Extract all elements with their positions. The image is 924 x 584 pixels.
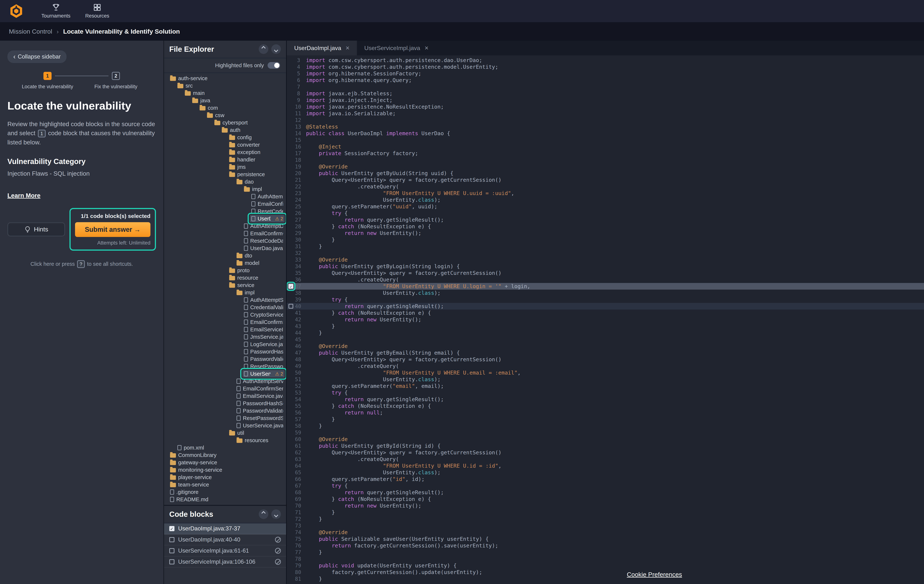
tree-folder-csw[interactable]: csw (164, 112, 286, 119)
line-number: 56 (295, 410, 306, 416)
code-block-item-3[interactable]: UserServiceImpl.java:106-106 (164, 557, 286, 568)
line-number: 57 (295, 416, 306, 423)
code-block-checkbox[interactable] (169, 548, 175, 553)
code-block-item-0[interactable]: ✓UserDaoImpl.java:37-37 (164, 523, 286, 535)
tree-folder-com[interactable]: com (164, 104, 286, 112)
nav-resources[interactable]: Resources (78, 0, 117, 22)
code-select-checkbox-line-40[interactable] (289, 304, 293, 309)
code-block-checkbox[interactable] (169, 559, 175, 564)
tree-folder-main[interactable]: main (164, 89, 286, 97)
shortcuts-hint[interactable]: Click here or press ? to see all shortcu… (7, 260, 156, 268)
code-block-item-1[interactable]: UserDaoImpl.java:40-40 (164, 535, 286, 546)
hints-button[interactable]: Hints (7, 222, 65, 237)
nav-tournaments[interactable]: Tournaments (34, 0, 78, 22)
tree-folder-player-service[interactable]: player-service (164, 474, 286, 481)
tree-folder-jms[interactable]: jms (164, 163, 286, 171)
highlighted-files-toggle[interactable] (267, 62, 280, 69)
tree-file-credentialvalida[interactable]: CredentialValida… (164, 304, 286, 311)
code-line-6: 6import org.hibernate.query.Query; (287, 77, 924, 84)
tree-folder-impl[interactable]: impl (164, 186, 286, 193)
highlighted-file-box: UserDaoIm…⚠ 2 (250, 215, 285, 222)
tree-file-emailconfirmserv[interactable]: EmailConfirmServ… (164, 318, 286, 326)
tree-file-authattemptdao[interactable]: AuthAttemptDao… (164, 193, 286, 200)
tree-folder-exception[interactable]: exception (164, 148, 286, 156)
tree-file-authattemptdao[interactable]: AuthAttemptDao… (164, 222, 286, 230)
close-tab-icon[interactable]: × (425, 44, 429, 52)
tree-file-emailconfirmservic[interactable]: EmailConfirmServic… (164, 385, 286, 392)
code-blocks-prev-button[interactable] (259, 509, 268, 519)
tree-file-logservice-java[interactable]: LogService.java (164, 341, 286, 348)
tree-folder-dto[interactable]: dto (164, 252, 286, 259)
tree-file-authattemptservic[interactable]: AuthAttemptServic… (164, 378, 286, 385)
tree-file-gitignore[interactable]: .gitignore (164, 489, 286, 496)
tree-folder-persistence[interactable]: persistence (164, 171, 286, 178)
line-number: 16 (295, 144, 306, 150)
tree-file-readme-md[interactable]: README.md (164, 496, 286, 503)
tree-file-pom-xml[interactable]: pom.xml (164, 444, 286, 451)
tree-folder-auth[interactable]: auth (164, 126, 286, 134)
tab-userdaoimpl[interactable]: UserDaoImpl.java × (287, 41, 357, 55)
tree-folder-util[interactable]: util (164, 429, 286, 437)
tree-file-emailconfirmcode[interactable]: EmailConfirmCode… (164, 230, 286, 237)
tree-file-resetpasswordse[interactable]: ResetPasswordSe… (164, 363, 286, 370)
tree-file-passwordvalidato[interactable]: PasswordValidato… (164, 355, 286, 363)
tree-folder-team-service[interactable]: team-service (164, 481, 286, 489)
tree-folder-gateway-service[interactable]: gateway-service (164, 459, 286, 466)
tree-file-emailservice-java[interactable]: EmailService.java (164, 392, 286, 400)
code-block-checkbox[interactable] (169, 537, 175, 542)
tree-file-userservice[interactable]: UserService…⚠ 2 (164, 370, 286, 378)
tree-file-resetcodedao-java[interactable]: ResetCodeDao.java (164, 237, 286, 245)
tree-file-userservice-java[interactable]: UserService.java (164, 422, 286, 429)
tree-file-authattemptservi[interactable]: AuthAttemptServi… (164, 296, 286, 304)
tree-folder-resources[interactable]: resources (164, 437, 286, 444)
code-select-checkbox-line-37[interactable]: ✓ (289, 284, 293, 289)
code-block-item-2[interactable]: UserServiceImpl.java:61-61 (164, 546, 286, 557)
collapse-sidebar-button[interactable]: ‹ Collapse sidebar (7, 50, 66, 63)
tree-file-passwordhashservic[interactable]: PasswordHashServic… (164, 400, 286, 407)
breadcrumb-mission-control[interactable]: Mission Control (9, 28, 52, 35)
tree-folder-impl[interactable]: impl (164, 289, 286, 296)
tree-file-resetcodedaoi[interactable]: ResetCodeDaoI… (164, 207, 286, 215)
cookie-preferences-link[interactable]: Cookie Preferences (627, 571, 682, 578)
tree-folder-converter[interactable]: converter (164, 141, 286, 148)
disable-icon[interactable] (275, 537, 281, 543)
code-blocks-next-button[interactable] (271, 509, 281, 519)
file-explorer-next-button[interactable] (271, 44, 281, 54)
tree-file-passwordhashserv[interactable]: PasswordHashServ… (164, 348, 286, 355)
tab-userserviceimpl[interactable]: UserServiceImpl.java × (357, 41, 436, 55)
tree-file-emailserviceimpl[interactable]: EmailServiceImpl… (164, 326, 286, 333)
disable-icon[interactable] (275, 559, 281, 565)
tree-file-userdao-java[interactable]: UserDao.java (164, 245, 286, 252)
highlighted-file-box: UserService…⚠ 2 (243, 370, 285, 378)
line-number: 59 (295, 429, 306, 436)
code-block-checkbox[interactable]: ✓ (169, 526, 175, 531)
tree-file-resetpasswordservi[interactable]: ResetPasswordServi… (164, 415, 286, 422)
tree-folder-proto[interactable]: proto (164, 267, 286, 274)
tree-folder-src[interactable]: src (164, 82, 286, 89)
tree-folder-handler[interactable]: handler (164, 156, 286, 163)
tree-folder-dao[interactable]: dao (164, 178, 286, 186)
tree-folder-model[interactable]: model (164, 259, 286, 267)
tree-folder-service[interactable]: service (164, 281, 286, 289)
close-tab-icon[interactable]: × (346, 44, 350, 52)
tree-item: config (228, 134, 285, 141)
tree-folder-resource[interactable]: resource (164, 274, 286, 281)
tree-file-passwordvalidators[interactable]: PasswordValidatorS… (164, 407, 286, 415)
tree-folder-monitoring-service[interactable]: monitoring-service (164, 466, 286, 474)
brand-logo[interactable] (9, 4, 24, 18)
tree-file-jmsservice-java[interactable]: JmsService.java (164, 333, 286, 341)
code-line-31: 31 } (287, 243, 924, 250)
tree-folder-java[interactable]: java (164, 97, 286, 104)
tree-folder-config[interactable]: config (164, 134, 286, 141)
file-explorer-prev-button[interactable] (259, 44, 268, 54)
tree-file-userdaoim[interactable]: UserDaoIm…⚠ 2 (164, 215, 286, 222)
tree-file-cryptoservice-ja[interactable]: CryptoService.ja… (164, 311, 286, 318)
tree-folder-auth-service[interactable]: auth-service (164, 75, 286, 82)
tree-folder-cybersport[interactable]: cybersport (164, 119, 286, 126)
code-block-label: UserServiceImpl.java:106-106 (178, 559, 256, 565)
disable-icon[interactable] (275, 548, 281, 554)
submit-answer-button[interactable]: Submit answer → (75, 222, 150, 237)
tree-folder-commonlibrary[interactable]: CommonLibrary (164, 451, 286, 459)
tree-file-emailconfirmco[interactable]: EmailConfirmCo… (164, 200, 286, 207)
learn-more-link[interactable]: Learn More (7, 192, 40, 199)
